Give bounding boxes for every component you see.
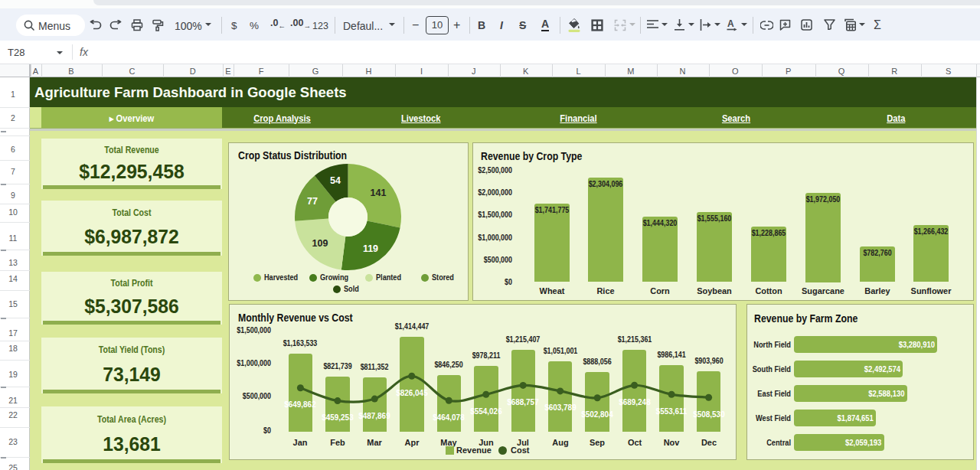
svg-text:A: A <box>727 18 734 29</box>
svg-text:119: 119 <box>363 243 378 254</box>
svg-text:109: 109 <box>312 238 328 249</box>
svg-text:54: 54 <box>330 175 341 186</box>
svg-text:141: 141 <box>371 188 387 198</box>
svg-text:77: 77 <box>307 196 318 207</box>
